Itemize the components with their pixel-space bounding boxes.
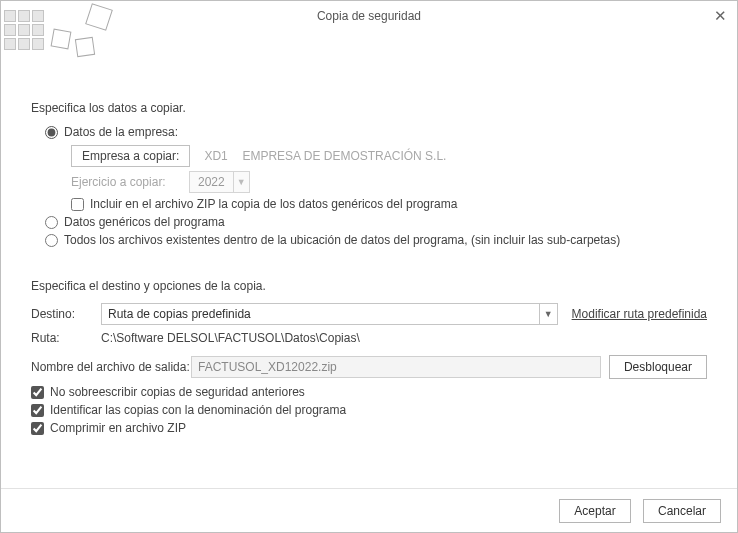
empresa-name: EMPRESA DE DEMOSTRACIÓN S.L. (242, 149, 446, 163)
empresa-a-copiar-button[interactable]: Empresa a copiar: (71, 145, 190, 167)
ejercicio-year-value: 2022 (190, 175, 233, 189)
titlebar: Copia de seguridad ✕ (1, 1, 737, 31)
destino-label: Destino: (31, 307, 101, 321)
ruta-label: Ruta: (31, 331, 101, 345)
desbloquear-button[interactable]: Desbloquear (609, 355, 707, 379)
checkbox-identificar-label: Identificar las copias con la denominaci… (50, 403, 346, 417)
checkbox-incluir-row[interactable]: Incluir en el archivo ZIP la copia de lo… (71, 197, 707, 211)
section-destination-title: Especifica el destino y opciones de la c… (31, 279, 707, 293)
chevron-down-icon: ▼ (539, 304, 557, 324)
nombre-archivo-label: Nombre del archivo de salida: (31, 360, 191, 374)
section-copy-data-title: Especifica los datos a copiar. (31, 101, 707, 115)
checkbox-nosobre-row[interactable]: No sobreescribir copias de seguridad ant… (31, 385, 707, 399)
radio-genericos-label: Datos genéricos del programa (64, 215, 225, 229)
chevron-down-icon: ▼ (233, 172, 249, 192)
ejercicio-year-dropdown[interactable]: 2022 ▼ (189, 171, 250, 193)
checkbox-comprimir-zip[interactable] (31, 422, 44, 435)
ruta-value: C:\Software DELSOL\FACTUSOL\Datos\Copias… (101, 331, 360, 345)
checkbox-no-sobreescribir[interactable] (31, 386, 44, 399)
nombre-archivo-value: FACTUSOL_XD12022.zip (198, 360, 337, 374)
destino-dropdown[interactable]: Ruta de copias predefinida ▼ (101, 303, 558, 325)
radio-todos[interactable] (45, 234, 58, 247)
cancelar-button[interactable]: Cancelar (643, 499, 721, 523)
radio-datos-empresa-label: Datos de la empresa: (64, 125, 178, 139)
destino-value: Ruta de copias predefinida (108, 307, 251, 321)
radio-genericos[interactable] (45, 216, 58, 229)
checkbox-incluir-genericos[interactable] (71, 198, 84, 211)
checkbox-ident-row[interactable]: Identificar las copias con la denominaci… (31, 403, 707, 417)
aceptar-button[interactable]: Aceptar (559, 499, 631, 523)
radio-datos-empresa[interactable] (45, 126, 58, 139)
checkbox-zip-row[interactable]: Comprimir en archivo ZIP (31, 421, 707, 435)
dialog-window: Copia de seguridad ✕ Especifica los dato… (0, 0, 738, 533)
empresa-code: XD1 (204, 149, 242, 163)
option-todos[interactable]: Todos los archivos existentes dentro de … (45, 233, 707, 247)
radio-todos-label: Todos los archivos existentes dentro de … (64, 233, 620, 247)
footer: Aceptar Cancelar (1, 488, 737, 532)
nombre-archivo-field: FACTUSOL_XD12022.zip (191, 356, 601, 378)
checkbox-incluir-label: Incluir en el archivo ZIP la copia de lo… (90, 197, 457, 211)
checkbox-no-sobreescribir-label: No sobreescribir copias de seguridad ant… (50, 385, 305, 399)
checkbox-comprimir-zip-label: Comprimir en archivo ZIP (50, 421, 186, 435)
window-title: Copia de seguridad (317, 9, 421, 23)
close-icon[interactable]: ✕ (711, 7, 729, 25)
option-genericos[interactable]: Datos genéricos del programa (45, 215, 707, 229)
ejercicio-label: Ejercicio a copiar: (71, 175, 189, 189)
modificar-ruta-link[interactable]: Modificar ruta predefinida (572, 307, 707, 321)
checkbox-identificar[interactable] (31, 404, 44, 417)
option-datos-empresa[interactable]: Datos de la empresa: (45, 125, 707, 139)
